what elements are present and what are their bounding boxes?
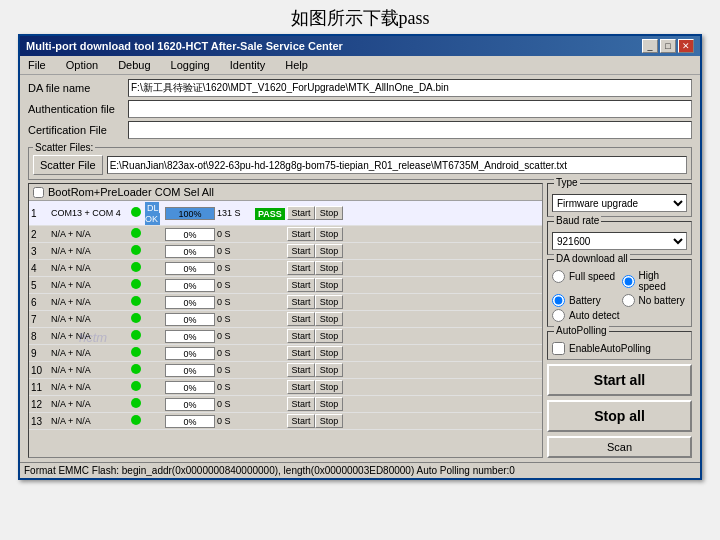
row-time: 0 S	[215, 416, 255, 426]
table-row: 5 N/A + N/A 0% 0 S Start Stop	[29, 277, 542, 294]
close-button[interactable]: ✕	[678, 39, 694, 53]
row-stop-button[interactable]: Stop	[315, 346, 343, 360]
row-num: 4	[31, 263, 51, 274]
row-progress: 0%	[165, 398, 215, 411]
main-area: BootRom+PreLoader COM Sel All 1 COM13 + …	[28, 183, 692, 458]
progress-text: 0%	[166, 365, 214, 378]
menu-option[interactable]: Option	[62, 58, 102, 72]
row-start-button[interactable]: Start	[287, 346, 315, 360]
menu-logging[interactable]: Logging	[167, 58, 214, 72]
row-com: N/A + N/A	[51, 399, 131, 409]
scatter-legend: Scatter Files:	[33, 142, 95, 153]
row-start-button[interactable]: Start	[287, 206, 315, 220]
minimize-button[interactable]: _	[642, 39, 658, 53]
row-progress: 0%	[165, 262, 215, 275]
progress-text: 0%	[166, 314, 214, 327]
row-start-button[interactable]: Start	[287, 312, 315, 326]
baud-select[interactable]: 921600	[552, 232, 687, 250]
table-row: 2 N/A + N/A 0% 0 S Start Stop	[29, 226, 542, 243]
scatter-file-button[interactable]: Scatter File	[33, 155, 103, 175]
no-battery-label[interactable]: No battery	[622, 294, 688, 307]
row-stop-button[interactable]: Stop	[315, 414, 343, 428]
full-speed-radio[interactable]	[552, 270, 565, 283]
row-start-button[interactable]: Start	[287, 244, 315, 258]
row-dot	[131, 398, 145, 410]
progress-text: 0%	[166, 297, 214, 310]
progress-text: 0%	[166, 382, 214, 395]
full-speed-label[interactable]: Full speed	[552, 270, 618, 283]
scan-button[interactable]: Scan	[547, 436, 692, 458]
auto-polling-box: AutoPolling EnableAutoPolling	[547, 331, 692, 360]
row-start-button[interactable]: Start	[287, 329, 315, 343]
menu-identity[interactable]: Identity	[226, 58, 269, 72]
row-start-button[interactable]: Start	[287, 414, 315, 428]
row-stop-button[interactable]: Stop	[315, 329, 343, 343]
row-num: 7	[31, 314, 51, 325]
progress-text: 0%	[166, 263, 214, 276]
row-dl: DL OK	[145, 202, 165, 224]
high-speed-radio[interactable]	[622, 275, 635, 288]
battery-radio[interactable]	[552, 294, 565, 307]
row-com: N/A + N/A	[51, 382, 131, 392]
window-title: Multi-port download tool 1620-HCT After-…	[26, 40, 343, 52]
maximize-button[interactable]: □	[660, 39, 676, 53]
row-com: N/A + N/A	[51, 280, 131, 290]
row-num: 12	[31, 399, 51, 410]
right-panel: Type Firmware upgrade Baud rate 921600 D…	[547, 183, 692, 458]
high-speed-label[interactable]: High speed	[622, 270, 688, 292]
row-stop-button[interactable]: Stop	[315, 227, 343, 241]
row-time: 131 S	[215, 208, 255, 218]
scatter-file-input[interactable]	[107, 156, 687, 174]
row-start-button[interactable]: Start	[287, 278, 315, 292]
da-download-label: DA download all	[554, 253, 630, 264]
menu-debug[interactable]: Debug	[114, 58, 154, 72]
auto-detect-label[interactable]: Auto detect	[552, 309, 687, 322]
row-stop-button[interactable]: Stop	[315, 397, 343, 411]
row-progress: 0%	[165, 415, 215, 428]
row-start-button[interactable]: Start	[287, 397, 315, 411]
row-progress: 0%	[165, 296, 215, 309]
scatter-section: Scatter Files: Scatter File	[28, 142, 692, 180]
row-stop-button[interactable]: Stop	[315, 278, 343, 292]
select-all-checkbox[interactable]	[33, 187, 44, 198]
enable-auto-polling-checkbox[interactable]	[552, 342, 565, 355]
row-stop-button[interactable]: Stop	[315, 206, 343, 220]
start-all-button[interactable]: Start all	[547, 364, 692, 396]
menu-help[interactable]: Help	[281, 58, 312, 72]
row-com: N/A + N/A	[51, 297, 131, 307]
row-start-button[interactable]: Start	[287, 227, 315, 241]
table-row: 8 N/A + N/A 0% 0 S Start Stop hctm	[29, 328, 542, 345]
cert-file-input[interactable]	[128, 121, 692, 139]
stop-all-button[interactable]: Stop all	[547, 400, 692, 432]
row-progress: 100%	[165, 207, 215, 220]
row-start-button[interactable]: Start	[287, 295, 315, 309]
row-stop-button[interactable]: Stop	[315, 295, 343, 309]
cert-file-label: Certification File	[28, 124, 128, 136]
row-start-button[interactable]: Start	[287, 363, 315, 377]
row-time: 0 S	[215, 263, 255, 273]
menu-file[interactable]: File	[24, 58, 50, 72]
row-stop-button[interactable]: Stop	[315, 380, 343, 394]
type-select[interactable]: Firmware upgrade	[552, 194, 687, 212]
da-file-input[interactable]	[128, 79, 692, 97]
row-stop-button[interactable]: Stop	[315, 312, 343, 326]
row-progress: 0%	[165, 228, 215, 241]
enable-auto-polling-label[interactable]: EnableAutoPolling	[552, 342, 687, 355]
row-start-button[interactable]: Start	[287, 380, 315, 394]
row-stop-button[interactable]: Stop	[315, 261, 343, 275]
row-start-button[interactable]: Start	[287, 261, 315, 275]
row-num: 9	[31, 348, 51, 359]
battery-label[interactable]: Battery	[552, 294, 618, 307]
row-stop-button[interactable]: Stop	[315, 363, 343, 377]
row-dot	[131, 262, 145, 274]
type-label: Type	[554, 177, 580, 188]
row-dot	[131, 207, 145, 219]
row-progress: 0%	[165, 279, 215, 292]
baud-box: Baud rate 921600	[547, 221, 692, 255]
no-battery-radio[interactable]	[622, 294, 635, 307]
row-com: N/A + N/A	[51, 229, 131, 239]
row-stop-button[interactable]: Stop	[315, 244, 343, 258]
auto-detect-radio[interactable]	[552, 309, 565, 322]
auth-file-label: Authentication file	[28, 103, 128, 115]
auth-file-input[interactable]	[128, 100, 692, 118]
